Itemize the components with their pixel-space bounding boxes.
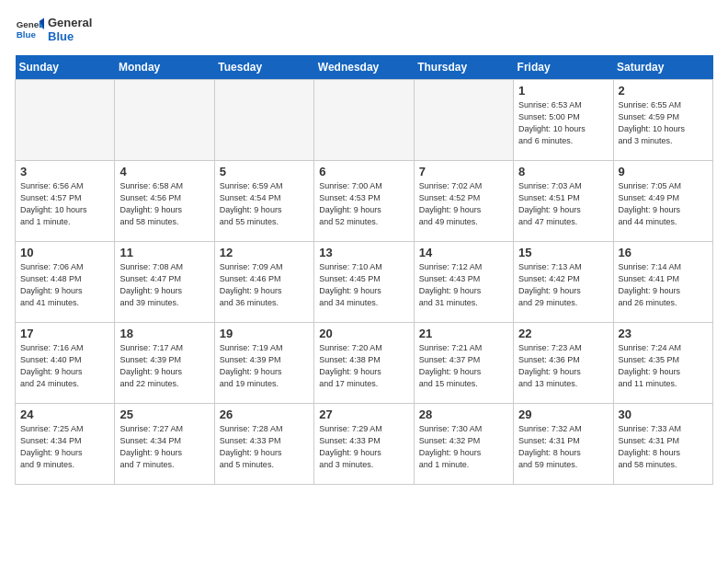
calendar-cell: 16Sunrise: 7:14 AM Sunset: 4:41 PM Dayli… bbox=[613, 242, 712, 323]
day-info: Sunrise: 7:27 AM Sunset: 4:34 PM Dayligh… bbox=[119, 423, 209, 471]
weekday-header-wednesday: Wednesday bbox=[314, 55, 414, 80]
calendar-cell: 21Sunrise: 7:21 AM Sunset: 4:37 PM Dayli… bbox=[414, 323, 513, 404]
day-number: 30 bbox=[619, 408, 708, 421]
day-number: 19 bbox=[220, 327, 309, 340]
day-number: 5 bbox=[220, 165, 309, 178]
calendar-cell: 25Sunrise: 7:27 AM Sunset: 4:34 PM Dayli… bbox=[115, 404, 214, 485]
day-info: Sunrise: 6:59 AM Sunset: 4:54 PM Dayligh… bbox=[220, 180, 309, 228]
day-info: Sunrise: 7:10 AM Sunset: 4:45 PM Dayligh… bbox=[319, 261, 408, 309]
day-info: Sunrise: 7:08 AM Sunset: 4:47 PM Dayligh… bbox=[119, 261, 209, 309]
calendar-week-row-5: 24Sunrise: 7:25 AM Sunset: 4:34 PM Dayli… bbox=[16, 404, 713, 485]
weekday-header-thursday: Thursday bbox=[414, 55, 513, 80]
calendar-cell: 9Sunrise: 7:05 AM Sunset: 4:49 PM Daylig… bbox=[613, 161, 712, 242]
day-info: Sunrise: 7:25 AM Sunset: 4:34 PM Dayligh… bbox=[20, 423, 109, 471]
day-number: 18 bbox=[119, 327, 209, 340]
day-number: 11 bbox=[119, 246, 209, 259]
day-info: Sunrise: 7:29 AM Sunset: 4:33 PM Dayligh… bbox=[319, 423, 408, 471]
calendar-cell: 4Sunrise: 6:58 AM Sunset: 4:56 PM Daylig… bbox=[115, 161, 214, 242]
day-number: 21 bbox=[419, 327, 508, 340]
day-number: 1 bbox=[518, 84, 608, 98]
calendar-cell: 30Sunrise: 7:33 AM Sunset: 4:31 PM Dayli… bbox=[613, 404, 712, 485]
weekday-header-friday: Friday bbox=[514, 55, 613, 80]
day-number: 26 bbox=[220, 408, 309, 421]
calendar-cell: 13Sunrise: 7:10 AM Sunset: 4:45 PM Dayli… bbox=[314, 242, 414, 323]
day-info: Sunrise: 7:28 AM Sunset: 4:33 PM Dayligh… bbox=[220, 423, 309, 471]
day-info: Sunrise: 6:53 AM Sunset: 5:00 PM Dayligh… bbox=[518, 99, 608, 147]
weekday-header-sunday: Sunday bbox=[16, 55, 115, 80]
day-info: Sunrise: 7:24 AM Sunset: 4:35 PM Dayligh… bbox=[619, 342, 708, 390]
day-number: 22 bbox=[518, 327, 608, 340]
calendar-cell: 7Sunrise: 7:02 AM Sunset: 4:52 PM Daylig… bbox=[414, 161, 513, 242]
day-info: Sunrise: 7:00 AM Sunset: 4:53 PM Dayligh… bbox=[319, 180, 408, 228]
day-info: Sunrise: 7:03 AM Sunset: 4:51 PM Dayligh… bbox=[518, 180, 608, 228]
calendar-week-row-4: 17Sunrise: 7:16 AM Sunset: 4:40 PM Dayli… bbox=[16, 323, 713, 404]
calendar-cell: 2Sunrise: 6:55 AM Sunset: 4:59 PM Daylig… bbox=[613, 80, 712, 161]
day-info: Sunrise: 7:13 AM Sunset: 4:42 PM Dayligh… bbox=[518, 261, 608, 309]
calendar-cell: 24Sunrise: 7:25 AM Sunset: 4:34 PM Dayli… bbox=[16, 404, 115, 485]
day-number: 20 bbox=[319, 327, 408, 340]
calendar-cell: 19Sunrise: 7:19 AM Sunset: 4:39 PM Dayli… bbox=[214, 323, 313, 404]
calendar-cell: 22Sunrise: 7:23 AM Sunset: 4:36 PM Dayli… bbox=[514, 323, 613, 404]
day-number: 27 bbox=[319, 408, 408, 421]
day-info: Sunrise: 6:56 AM Sunset: 4:57 PM Dayligh… bbox=[20, 180, 109, 228]
calendar-cell: 11Sunrise: 7:08 AM Sunset: 4:47 PM Dayli… bbox=[115, 242, 214, 323]
calendar-cell: 15Sunrise: 7:13 AM Sunset: 4:42 PM Dayli… bbox=[514, 242, 613, 323]
day-info: Sunrise: 7:21 AM Sunset: 4:37 PM Dayligh… bbox=[419, 342, 508, 390]
day-number: 29 bbox=[518, 408, 608, 421]
weekday-header-monday: Monday bbox=[115, 55, 214, 80]
day-number: 8 bbox=[518, 165, 608, 178]
day-info: Sunrise: 7:16 AM Sunset: 4:40 PM Dayligh… bbox=[20, 342, 109, 390]
day-info: Sunrise: 7:12 AM Sunset: 4:43 PM Dayligh… bbox=[419, 261, 508, 309]
day-info: Sunrise: 7:33 AM Sunset: 4:31 PM Dayligh… bbox=[619, 423, 708, 471]
day-info: Sunrise: 7:09 AM Sunset: 4:46 PM Dayligh… bbox=[220, 261, 309, 309]
calendar-cell: 12Sunrise: 7:09 AM Sunset: 4:46 PM Dayli… bbox=[214, 242, 313, 323]
day-number: 24 bbox=[20, 408, 109, 421]
day-number: 9 bbox=[619, 165, 708, 178]
calendar-cell: 8Sunrise: 7:03 AM Sunset: 4:51 PM Daylig… bbox=[514, 161, 613, 242]
calendar-cell: 28Sunrise: 7:30 AM Sunset: 4:32 PM Dayli… bbox=[414, 404, 513, 485]
calendar-cell: 20Sunrise: 7:20 AM Sunset: 4:38 PM Dayli… bbox=[314, 323, 414, 404]
calendar-week-row-3: 10Sunrise: 7:06 AM Sunset: 4:48 PM Dayli… bbox=[16, 242, 713, 323]
calendar-cell: 10Sunrise: 7:06 AM Sunset: 4:48 PM Dayli… bbox=[16, 242, 115, 323]
day-info: Sunrise: 7:05 AM Sunset: 4:49 PM Dayligh… bbox=[619, 180, 708, 228]
svg-text:Blue: Blue bbox=[17, 29, 37, 40]
calendar-cell: 29Sunrise: 7:32 AM Sunset: 4:31 PM Dayli… bbox=[514, 404, 613, 485]
day-info: Sunrise: 7:17 AM Sunset: 4:39 PM Dayligh… bbox=[119, 342, 209, 390]
day-number: 17 bbox=[20, 327, 109, 340]
calendar-cell: 26Sunrise: 7:28 AM Sunset: 4:33 PM Dayli… bbox=[214, 404, 313, 485]
day-info: Sunrise: 7:14 AM Sunset: 4:41 PM Dayligh… bbox=[619, 261, 708, 309]
day-info: Sunrise: 7:23 AM Sunset: 4:36 PM Dayligh… bbox=[518, 342, 608, 390]
day-number: 23 bbox=[619, 327, 708, 340]
calendar-cell: 6Sunrise: 7:00 AM Sunset: 4:53 PM Daylig… bbox=[314, 161, 414, 242]
day-number: 25 bbox=[119, 408, 209, 421]
calendar-table: SundayMondayTuesdayWednesdayThursdayFrid… bbox=[15, 55, 713, 485]
day-number: 6 bbox=[319, 165, 408, 178]
day-number: 3 bbox=[20, 165, 109, 178]
calendar-cell bbox=[115, 80, 214, 161]
calendar-cell: 14Sunrise: 7:12 AM Sunset: 4:43 PM Dayli… bbox=[414, 242, 513, 323]
calendar-cell bbox=[214, 80, 313, 161]
calendar-cell: 17Sunrise: 7:16 AM Sunset: 4:40 PM Dayli… bbox=[16, 323, 115, 404]
calendar-cell: 27Sunrise: 7:29 AM Sunset: 4:33 PM Dayli… bbox=[314, 404, 414, 485]
calendar-cell bbox=[16, 80, 115, 161]
day-info: Sunrise: 6:58 AM Sunset: 4:56 PM Dayligh… bbox=[119, 180, 209, 228]
day-number: 14 bbox=[419, 246, 508, 259]
calendar-header: SundayMondayTuesdayWednesdayThursdayFrid… bbox=[16, 55, 713, 80]
day-info: Sunrise: 7:32 AM Sunset: 4:31 PM Dayligh… bbox=[518, 423, 608, 471]
calendar-cell bbox=[414, 80, 513, 161]
day-number: 16 bbox=[619, 246, 708, 259]
weekday-header-tuesday: Tuesday bbox=[214, 55, 313, 80]
day-number: 28 bbox=[419, 408, 508, 421]
calendar-week-row-2: 3Sunrise: 6:56 AM Sunset: 4:57 PM Daylig… bbox=[16, 161, 713, 242]
weekday-header-row: SundayMondayTuesdayWednesdayThursdayFrid… bbox=[16, 55, 713, 80]
day-info: Sunrise: 7:20 AM Sunset: 4:38 PM Dayligh… bbox=[319, 342, 408, 390]
calendar-cell: 3Sunrise: 6:56 AM Sunset: 4:57 PM Daylig… bbox=[16, 161, 115, 242]
day-info: Sunrise: 7:06 AM Sunset: 4:48 PM Dayligh… bbox=[20, 261, 109, 309]
calendar-body: 1Sunrise: 6:53 AM Sunset: 5:00 PM Daylig… bbox=[16, 80, 713, 485]
logo-icon: General Blue bbox=[15, 15, 44, 44]
day-info: Sunrise: 7:02 AM Sunset: 4:52 PM Dayligh… bbox=[419, 180, 508, 228]
day-number: 10 bbox=[20, 246, 109, 259]
calendar-cell: 5Sunrise: 6:59 AM Sunset: 4:54 PM Daylig… bbox=[214, 161, 313, 242]
calendar-cell bbox=[314, 80, 414, 161]
logo-general: General bbox=[48, 16, 92, 29]
